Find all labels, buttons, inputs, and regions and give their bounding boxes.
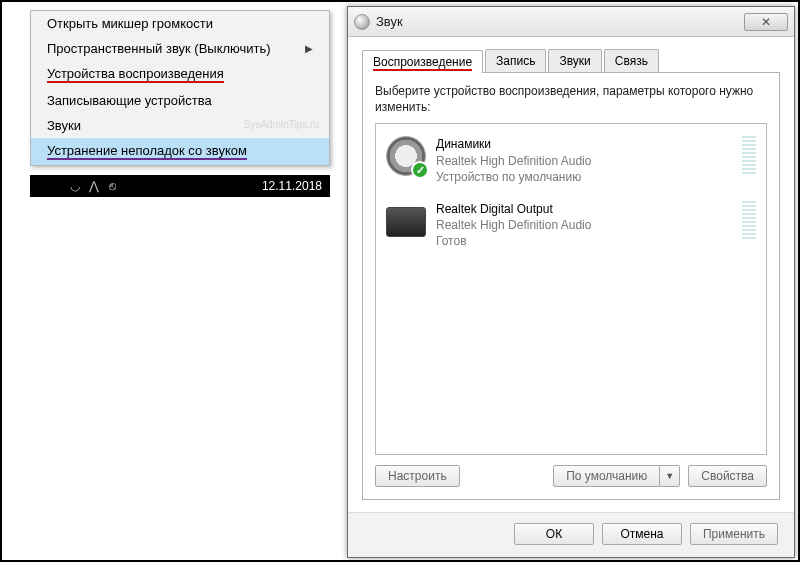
ctx-label: Открыть микшер громкости [47,16,213,31]
tray-icons: ◡ ⋀ ⎋ [70,179,119,193]
ctx-playback-devices[interactable]: Устройства воспроизведения [31,61,329,88]
tab-label: Звуки [559,54,590,68]
ctx-label: Устройства воспроизведения [47,66,224,83]
set-default-dropdown[interactable]: ▼ [660,465,680,487]
ctx-label: Записывающие устройства [47,93,212,108]
titlebar[interactable]: Звук ✕ [348,7,794,37]
speaker-device-icon: ✓ [386,136,426,176]
device-text: Динамики Realtek High Definition Audio У… [436,136,591,185]
taskbar-date: 12.11.2018 [262,179,322,193]
tab-communications[interactable]: Связь [604,49,659,72]
tab-recording[interactable]: Запись [485,49,546,72]
submenu-arrow-icon: ▶ [305,43,313,54]
device-name: Realtek Digital Output [436,201,591,217]
ctx-label: Устранение неполадок со звуком [47,143,247,160]
set-default-split: По умолчанию ▼ [553,465,680,487]
device-driver: Realtek High Definition Audio [436,153,591,169]
tab-playback[interactable]: Воспроизведение [362,50,483,73]
tab-panel-playback: Выберите устройство воспроизведения, пар… [362,73,780,500]
default-check-icon: ✓ [411,161,429,179]
close-icon: ✕ [761,15,771,29]
device-driver: Realtek High Definition Audio [436,217,591,233]
tab-label: Воспроизведение [373,55,472,71]
taskbar-fragment: ◡ ⋀ ⎋ 12.11.2018 [30,175,330,197]
device-status: Готов [436,233,591,249]
panel-button-row: Настроить По умолчанию ▼ Свойства [375,465,767,487]
device-text: Realtek Digital Output Realtek High Defi… [436,201,591,250]
tab-sounds[interactable]: Звуки [548,49,601,72]
device-list[interactable]: ✓ Динамики Realtek High Definition Audio… [375,123,767,455]
tab-strip: Воспроизведение Запись Звуки Связь [362,49,780,73]
device-item-speakers[interactable]: ✓ Динамики Realtek High Definition Audio… [384,130,758,195]
chevron-down-icon: ▼ [665,471,674,481]
ctx-sounds[interactable]: Звуки [31,113,329,138]
ctx-recording-devices[interactable]: Записывающие устройства [31,88,329,113]
tab-label: Связь [615,54,648,68]
configure-button[interactable]: Настроить [375,465,460,487]
ok-button[interactable]: ОК [514,523,594,545]
device-item-digital-output[interactable]: Realtek Digital Output Realtek High Defi… [384,195,758,260]
device-name: Динамики [436,136,591,152]
level-meter [742,136,756,174]
instruction-text: Выберите устройство воспроизведения, пар… [375,83,767,115]
ctx-label: Пространственный звук (Выключить) [47,41,271,56]
level-meter [742,201,756,239]
ctx-label: Звуки [47,118,81,133]
window-title: Звук [376,14,403,29]
cancel-button[interactable]: Отмена [602,523,682,545]
tab-label: Запись [496,54,535,68]
ctx-spatial-sound[interactable]: Пространственный звук (Выключить) ▶ [31,36,329,61]
sound-dialog-window: Звук ✕ Воспроизведение Запись Звуки Связ… [347,6,795,558]
apply-button[interactable]: Применить [690,523,778,545]
close-button[interactable]: ✕ [744,13,788,31]
volume-context-menu: Открыть микшер громкости Пространственны… [30,10,330,166]
ctx-troubleshoot-sound[interactable]: Устранение неполадок со звуком [31,138,329,165]
ctx-open-mixer[interactable]: Открыть микшер громкости [31,11,329,36]
set-default-button[interactable]: По умолчанию [553,465,660,487]
dialog-footer: ОК Отмена Применить [348,512,794,557]
properties-button[interactable]: Свойства [688,465,767,487]
speaker-icon [354,14,370,30]
device-status: Устройство по умолчанию [436,169,591,185]
hardware-device-icon [386,207,426,237]
dialog-body: Воспроизведение Запись Звуки Связь Выбер… [348,37,794,512]
